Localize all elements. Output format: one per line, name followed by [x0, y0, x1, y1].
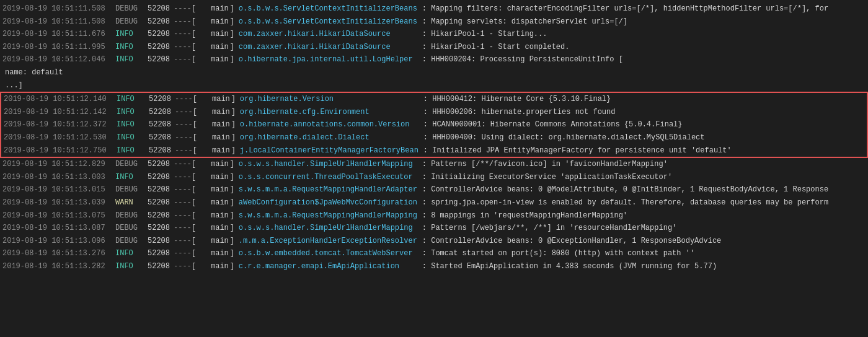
pid: 52208: [148, 28, 174, 40]
timestamp: 2019-08-19 10:51:13.087: [2, 222, 115, 234]
bracket-open: [: [192, 197, 198, 209]
log-line: 2019-08-19 10:51:11.995 INFO 52208 ---- …: [0, 41, 868, 54]
logger: o.hibernate.annotations.common.Version: [237, 119, 423, 131]
bracket-open: [: [192, 159, 198, 170]
logger: .m.m.a.ExceptionHandlerExceptionResolver: [236, 235, 422, 247]
log-level: INFO: [115, 172, 148, 183]
log-level: INFO: [115, 248, 148, 260]
dashes: ----: [174, 54, 192, 66]
log-line: 2019-08-19 10:51:13.276 INFO 52208 ---- …: [0, 247, 868, 260]
log-message: : Patterns [/webjars/**, /**] in 'resour…: [422, 222, 866, 234]
timestamp: 2019-08-19 10:51:13.003: [2, 172, 115, 183]
dashes: ----: [174, 184, 192, 196]
log-line: 2019-08-19 10:51:11.508 DEBUG 52208 ----…: [0, 15, 868, 28]
log-line: 2019-08-19 10:51:11.508 DEBUG 52208 ----…: [0, 2, 868, 15]
log-message: : Initialized JPA EntityManagerFactory f…: [423, 145, 864, 157]
bracket-close: ]: [231, 132, 237, 144]
bracket-close: ]: [230, 222, 236, 234]
log-level: INFO: [117, 94, 149, 105]
bracket-open: [: [193, 107, 199, 118]
log-level: WARN: [115, 197, 148, 209]
log-level: DEBUG: [115, 159, 148, 170]
log-message: : Patterns [/**/favicon.ico] in 'favicon…: [422, 159, 866, 170]
logger: org.hibernate.Version: [237, 94, 423, 105]
timestamp: 2019-08-19 10:51:13.015: [2, 184, 115, 196]
bracket-close: ]: [230, 197, 236, 209]
bracket-close: ]: [231, 145, 237, 157]
log-level: INFO: [117, 145, 149, 157]
bracket-close: ]: [230, 159, 236, 170]
logger: o.s.b.w.s.ServletContextInitializerBeans: [236, 16, 422, 28]
bracket-close: ]: [231, 119, 237, 131]
dashes: ----: [175, 145, 193, 157]
log-line: 2019-08-19 10:51:12.046 INFO 52208 ---- …: [0, 53, 868, 66]
indent-line: ...]: [0, 79, 868, 92]
log-level: DEBUG: [115, 210, 148, 222]
log-level: DEBUG: [115, 222, 148, 234]
log-line: 2019-08-19 10:51:13.087 DEBUG 52208 ----…: [0, 222, 868, 235]
logger: org.hibernate.cfg.Environment: [237, 107, 423, 118]
dashes: ----: [174, 159, 192, 170]
pid: 52208: [149, 132, 175, 144]
bracket-close: ]: [230, 210, 236, 222]
log-level: INFO: [117, 132, 149, 144]
pid: 52208: [148, 172, 174, 183]
logger: o.s.b.w.s.ServletContextInitializerBeans: [236, 3, 422, 15]
logger: c.r.e.manager.emapi.EmApiApplication: [236, 261, 422, 273]
log-message: : HHH000204: Processing PersistenceUnitI…: [422, 54, 866, 66]
thread: main: [198, 222, 230, 234]
logger: o.s.w.s.handler.SimpleUrlHandlerMapping: [236, 222, 422, 234]
log-message: : ControllerAdvice beans: 0 @ModelAttrib…: [422, 184, 866, 196]
bracket-close: ]: [231, 107, 237, 118]
log-message: : HHH000412: Hibernate Core {5.3.10.Fina…: [423, 94, 864, 105]
log-message: : ControllerAdvice beans: 0 @ExceptionHa…: [422, 235, 866, 247]
log-level: DEBUG: [115, 16, 148, 28]
log-line: 2019-08-19 10:51:12.372 INFO 52208 ---- …: [1, 118, 867, 131]
timestamp: 2019-08-19 10:51:11.995: [2, 42, 115, 53]
bracket-open: [: [192, 235, 198, 247]
log-line: 2019-08-19 10:51:13.282 INFO 52208 ---- …: [0, 260, 868, 273]
timestamp: 2019-08-19 10:51:12.750: [4, 145, 117, 157]
log-message: : HCANN000001: Hibernate Commons Annotat…: [423, 119, 864, 131]
bracket-open: [: [192, 3, 198, 15]
log-message: : Tomcat started on port(s): 8080 (http)…: [422, 248, 866, 260]
thread: main: [198, 210, 230, 222]
bracket-open: [: [193, 119, 199, 131]
timestamp: 2019-08-19 10:51:12.530: [4, 132, 117, 144]
timestamp: 2019-08-19 10:51:13.075: [2, 210, 115, 222]
bracket-open: [: [192, 16, 198, 28]
log-message: : 8 mappings in 'requestMappingHandlerMa…: [422, 210, 866, 222]
pid: 52208: [148, 197, 174, 209]
dashes: ----: [174, 197, 192, 209]
bracket-close: ]: [230, 248, 236, 260]
bracket-open: [: [192, 54, 198, 66]
timestamp: 2019-08-19 10:51:11.508: [2, 16, 115, 28]
timestamp: 2019-08-19 10:51:12.829: [2, 159, 115, 170]
pre-logs: 2019-08-19 10:51:11.508 DEBUG 52208 ----…: [0, 2, 868, 92]
pid: 52208: [148, 261, 174, 273]
pid: 52208: [148, 3, 174, 15]
bracket-open: [: [192, 42, 198, 53]
bracket-open: [: [193, 145, 199, 157]
bracket-open: [: [192, 172, 198, 183]
pid: 52208: [148, 248, 174, 260]
log-message: : HHH000206: hibernate.properties not fo…: [423, 107, 864, 118]
bracket-close: ]: [230, 261, 236, 273]
bracket-close: ]: [230, 28, 236, 40]
post-logs: 2019-08-19 10:51:12.829 DEBUG 52208 ----…: [0, 158, 868, 273]
thread: main: [199, 132, 231, 144]
bracket-open: [: [192, 210, 198, 222]
bracket-close: ]: [230, 184, 236, 196]
log-level: INFO: [115, 54, 148, 66]
thread: main: [198, 3, 230, 15]
dashes: ----: [175, 119, 193, 131]
bracket-close: ]: [230, 3, 236, 15]
thread: main: [198, 261, 230, 273]
logger: com.zaxxer.hikari.HikariDataSource: [236, 42, 422, 53]
bracket-open: [: [192, 261, 198, 273]
log-message: : spring.jpa.open-in-view is enabled by …: [422, 197, 866, 209]
log-line: 2019-08-19 10:51:12.530 INFO 52208 ---- …: [1, 131, 867, 144]
dashes: ----: [174, 16, 192, 28]
bracket-close: ]: [231, 94, 237, 105]
log-level: INFO: [115, 261, 148, 273]
